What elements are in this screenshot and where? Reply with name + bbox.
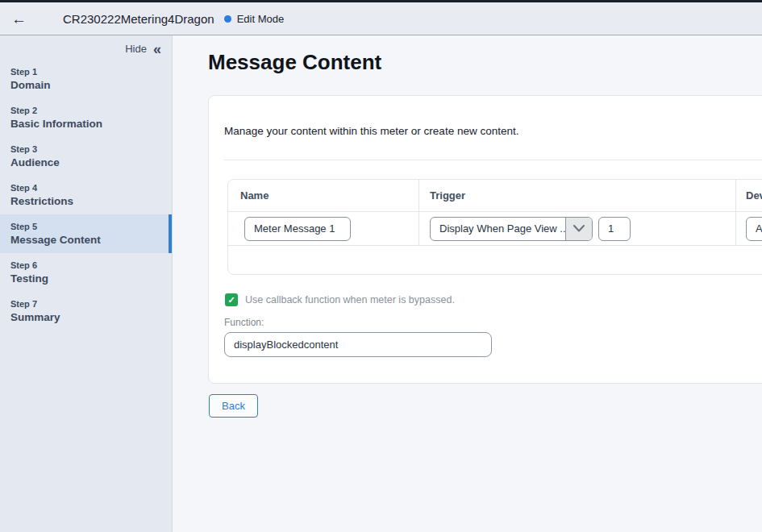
main-content: Message Content Manage your content with… (173, 35, 762, 532)
trigger-count-input[interactable] (598, 217, 631, 241)
column-header-devices-label: Devices (746, 189, 762, 202)
step-number-label: Step 6 (10, 260, 169, 270)
name-cell (228, 212, 418, 245)
back-button[interactable]: Back (209, 394, 258, 418)
meter-title: CR230222Metering4Dragon (63, 12, 214, 26)
hide-label: Hide (125, 43, 147, 55)
step-name-label: Audience (10, 156, 169, 168)
sidebar-steps: Step 1DomainStep 2Basic InformationStep … (0, 60, 172, 330)
step-number-label: Step 7 (10, 299, 169, 309)
sidebar-item-basic-information[interactable]: Step 2Basic Information (0, 98, 172, 137)
callback-label: Use callback function when meter is bypa… (245, 294, 455, 305)
step-number-label: Step 5 (10, 222, 169, 231)
app-shell: Hide « Step 1DomainStep 2Basic Informati… (0, 35, 762, 532)
callback-checkbox[interactable]: ✓ (225, 293, 238, 306)
column-header-trigger-label: Trigger (430, 189, 465, 202)
step-number-label: Step 3 (10, 144, 169, 154)
wizard-sidebar: Hide « Step 1DomainStep 2Basic Informati… (0, 35, 173, 532)
column-header-name: Name (228, 180, 418, 211)
trigger-cell: Display When Page View ... (418, 212, 735, 245)
page-title: Message Content (208, 50, 762, 75)
function-input[interactable] (224, 332, 492, 357)
column-header-name-label: Name (240, 189, 269, 202)
content-table: Name Trigger Devices Display (227, 179, 762, 275)
devices-cell (735, 212, 762, 245)
step-name-label: Message Content (10, 234, 169, 246)
trigger-select[interactable]: Display When Page View ... (430, 217, 593, 241)
trigger-select-value: Display When Page View ... (431, 218, 565, 240)
step-number-label: Step 2 (10, 106, 169, 115)
column-header-trigger: Trigger (418, 180, 735, 211)
sidebar-item-summary[interactable]: Step 7Summary (0, 292, 172, 330)
message-content-card: Manage your content within this meter or… (208, 95, 762, 384)
callback-row: ✓ Use callback function when meter is by… (225, 293, 762, 306)
step-name-label: Basic Information (10, 118, 169, 130)
card-divider (224, 160, 762, 160)
sidebar-item-audience[interactable]: Step 3Audience (0, 137, 172, 176)
card-intro-text: Manage your content within this meter or… (224, 125, 762, 137)
edit-mode-dot-icon (224, 15, 231, 23)
step-name-label: Summary (10, 311, 169, 323)
column-header-devices: Devices (735, 180, 762, 211)
step-number-label: Step 4 (10, 183, 169, 193)
chevron-down-icon[interactable] (565, 218, 592, 240)
table-empty-footer (228, 246, 762, 274)
function-label: Function: (224, 317, 762, 328)
step-number-label: Step 1 (10, 67, 169, 77)
top-bar: ← CR230222Metering4Dragon Edit Mode (0, 2, 762, 35)
checkmark-icon: ✓ (227, 296, 235, 305)
edit-mode-label: Edit Mode (237, 13, 285, 25)
collapse-double-chevron-icon: « (153, 44, 161, 55)
message-name-input[interactable] (244, 217, 351, 241)
step-name-label: Restrictions (10, 195, 169, 207)
sidebar-item-restrictions[interactable]: Step 4Restrictions (0, 176, 172, 214)
step-name-label: Domain (10, 79, 169, 91)
devices-input[interactable] (746, 217, 762, 241)
back-arrow-icon[interactable]: ← (11, 11, 27, 27)
hide-sidebar-button[interactable]: Hide « (0, 35, 172, 55)
table-row: Display When Page View ... (228, 212, 762, 246)
sidebar-item-testing[interactable]: Step 6Testing (0, 253, 172, 292)
step-name-label: Testing (10, 272, 169, 285)
sidebar-item-message-content[interactable]: Step 5Message Content (0, 214, 172, 253)
sidebar-item-domain[interactable]: Step 1Domain (0, 60, 172, 98)
table-header-row: Name Trigger Devices (228, 180, 762, 212)
